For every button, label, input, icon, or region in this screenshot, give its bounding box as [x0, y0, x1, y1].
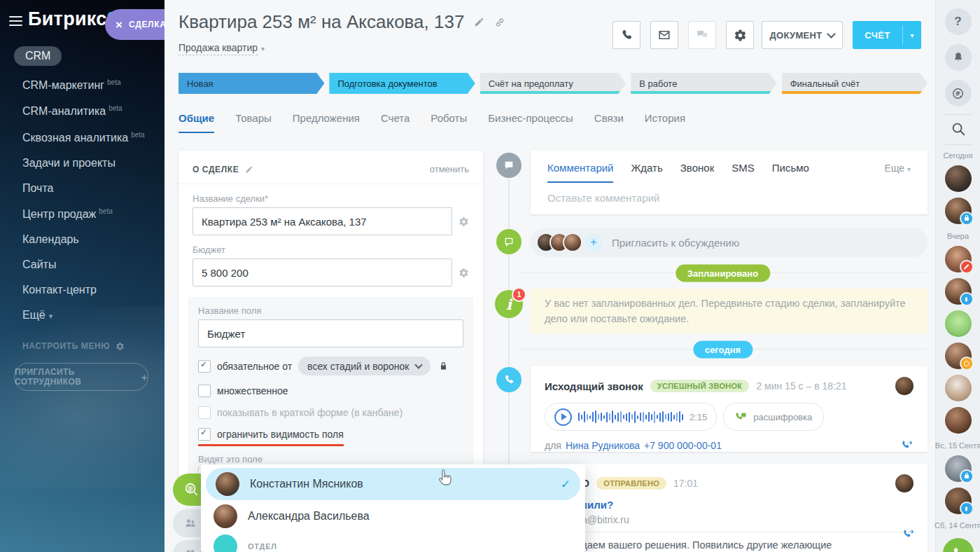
composer-tab-sms[interactable]: SMS [732, 162, 755, 181]
deal-overlay-tag[interactable]: × СДЕЛКА [105, 9, 164, 40]
invite-discussion-row[interactable]: + Пригласить к обсуждению [531, 228, 927, 257]
close-icon[interactable]: × [115, 19, 122, 31]
tab-history[interactable]: История [645, 112, 685, 133]
sidebar-item-crm-marketing[interactable]: CRM-маркетингbeta [0, 72, 164, 98]
call-button[interactable] [612, 21, 640, 49]
messenger-button[interactable] [945, 80, 972, 106]
recent-contact-avatar[interactable] [945, 488, 972, 514]
email-status-badge: ОТПРАВЛЕНО [596, 477, 666, 490]
pipeline-selector[interactable]: Продажа квартир▾ [178, 42, 265, 53]
menu-toggle-icon[interactable] [9, 16, 22, 29]
required-checkbox[interactable] [198, 360, 211, 373]
sidebar-item-more[interactable]: Ещё▾ [0, 303, 164, 328]
sidebar-item-tasks-projects[interactable]: Задачи и проекты [0, 151, 164, 176]
sidebar-item-mail[interactable]: Почта [0, 176, 164, 201]
stage-prepayment-invoice[interactable]: Счёт на предоплату [480, 73, 626, 94]
chevron-down-icon [827, 29, 836, 39]
edit-pencil-icon[interactable] [474, 17, 484, 27]
planned-divider: Запланировано [518, 272, 927, 273]
email-recipient: rudnikova@bitrix.ru [545, 514, 913, 525]
field-settings-gear-icon[interactable] [458, 216, 469, 227]
tab-quotes[interactable]: Предложения [293, 112, 360, 133]
composer-tab-call[interactable]: Звонок [680, 162, 714, 181]
dropdown-option-user[interactable]: Александра Васильева [201, 500, 585, 532]
configure-menu-link[interactable]: НАСТРОИТЬ МЕНЮ [22, 341, 125, 351]
notifications-button[interactable] [945, 44, 972, 71]
chevron-down-icon: ▾ [907, 165, 911, 173]
sidebar-item-sites[interactable]: Сайты [0, 252, 164, 277]
search-icon[interactable] [951, 121, 966, 137]
required-scope-select[interactable]: всех стадий и воронок [298, 357, 430, 375]
multiple-checkbox[interactable] [198, 385, 211, 397]
tab-invoices[interactable]: Счета [381, 112, 410, 133]
department-icon [214, 534, 237, 552]
help-button[interactable]: ? [945, 8, 972, 35]
chat-button[interactable] [688, 21, 716, 49]
add-participant-button[interactable]: + [585, 234, 602, 251]
cancel-link[interactable]: отменить [430, 164, 469, 174]
invoice-button-label[interactable]: СЧЁТ [853, 21, 902, 49]
tab-business-processes[interactable]: Бизнес-процессы [488, 112, 573, 133]
recent-contact-avatar[interactable] [945, 375, 972, 401]
recent-contact-avatar[interactable] [945, 198, 972, 224]
kanban-checkbox[interactable] [198, 406, 211, 419]
stage-new[interactable]: Новая [178, 73, 324, 94]
sidebar-menu: CRM CRM-маркетингbeta CRM-аналитикаbeta … [0, 43, 164, 328]
recent-contact-avatar[interactable] [945, 310, 972, 337]
recent-contact-avatar[interactable] [945, 278, 972, 305]
settings-button[interactable] [726, 21, 754, 49]
recent-contact-avatar[interactable] [945, 165, 972, 192]
avatar [214, 504, 237, 528]
call-title: Исходящий звонок [545, 380, 643, 392]
budget-input[interactable]: 5 800 200 [192, 258, 452, 287]
sidebar-item-crm-analytics[interactable]: CRM-аналитикаbeta [0, 98, 164, 124]
call-log-card: Исходящий звонок УСПЕШНЫЙ ЗВОНОК 2 мин 1… [531, 366, 927, 452]
telephony-button[interactable] [943, 538, 974, 552]
stage-in-progress[interactable]: В работе [631, 73, 776, 94]
contact-phone-link[interactable]: +7 900 000-00-01 [644, 440, 722, 451]
email-subject-link[interactable]: Что решили? [545, 499, 913, 511]
composer-tab-wait[interactable]: Ждать [631, 162, 662, 181]
recent-contact-avatar[interactable] [945, 343, 972, 369]
recent-contact-avatar[interactable] [945, 246, 972, 272]
composer-tab-more[interactable]: Еще ▾ [885, 163, 911, 174]
tab-products[interactable]: Товары [235, 112, 272, 133]
call-back-icon[interactable] [900, 439, 913, 452]
deal-stage-bar: Новая Подготовка документов Счёт на пред… [178, 73, 927, 94]
composer-tab-comment[interactable]: Комментарий [547, 162, 613, 183]
invoice-split-button[interactable]: СЧЁТ ▾ [853, 21, 921, 49]
tab-general[interactable]: Общие [178, 112, 214, 133]
audio-player[interactable]: 2:15 [545, 403, 717, 431]
dropdown-group-department[interactable]: ОТДЕЛ [201, 532, 585, 552]
tab-relations[interactable]: Связи [594, 112, 624, 133]
sidebar-item-calendar[interactable]: Календарь [0, 227, 164, 252]
field-name-input[interactable]: Бюджет [198, 319, 463, 347]
dropdown-option-user[interactable]: Константин Мясников ✓ [206, 468, 580, 500]
email-button[interactable] [650, 21, 678, 49]
document-button[interactable]: ДОКУМЕНТ [762, 21, 843, 49]
field-settings-gear-icon[interactable] [458, 268, 469, 278]
edit-pencil-icon[interactable] [245, 165, 253, 174]
sidebar-item-end-to-end-analytics[interactable]: Сквозная аналитикаbeta [0, 125, 164, 151]
contact-name-link[interactable]: Нина Рудникова [566, 440, 640, 451]
restrict-visibility-checkbox[interactable] [198, 428, 211, 441]
play-icon[interactable] [554, 408, 572, 426]
composer-tab-email[interactable]: Письмо [772, 162, 809, 181]
sidebar-item-crm[interactable]: CRM [0, 43, 164, 72]
tab-robots[interactable]: Роботы [430, 112, 467, 133]
deal-name-input[interactable]: Квартира 253 м² на Аксакова, 137 [192, 207, 452, 235]
sidebar-item-contact-center[interactable]: Контакт-центр [0, 277, 164, 303]
stage-document-preparation[interactable]: Подготовка документов [329, 73, 475, 94]
recent-contact-avatar[interactable] [945, 455, 972, 482]
invoice-dropdown-arrow[interactable]: ▾ [903, 21, 921, 49]
stage-final-invoice[interactable]: Финальный счёт [782, 73, 927, 94]
call-back-icon[interactable] [902, 527, 915, 541]
recent-contact-avatar[interactable] [945, 407, 972, 434]
no-planned-activities-notice: У вас нет запланированных дел. Передвинь… [531, 289, 927, 333]
info-icon: i1 [495, 290, 523, 318]
sidebar-item-sales-center[interactable]: Центр продажbeta [0, 201, 164, 227]
comment-input[interactable]: Оставьте комментарий [531, 183, 927, 213]
transcript-button[interactable]: расшифровка [723, 403, 824, 431]
invite-employees-button[interactable]: ПРИГЛАСИТЬ СОТРУДНИКОВ+ [14, 363, 148, 391]
copy-link-icon[interactable] [494, 17, 505, 28]
